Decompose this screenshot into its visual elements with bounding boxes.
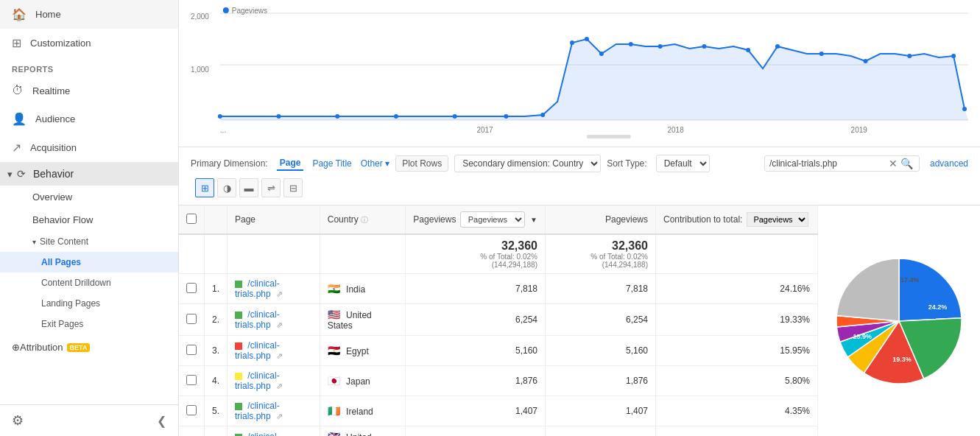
pie-view-button[interactable]: ◑: [217, 178, 236, 197]
pie-chart-container: 24.2%19.3%15.9%17.4%: [818, 205, 980, 436]
row-country-value: Egypt: [346, 346, 369, 356]
row-checkbox[interactable]: [186, 405, 197, 415]
col-header-contribution: Contribution to total: Pageviews: [655, 205, 817, 234]
settings-icon[interactable]: ⚙: [12, 412, 24, 429]
sidebar-item-landing-pages[interactable]: Landing Pages: [0, 293, 178, 314]
chart-dot: [819, 52, 824, 56]
col-header-country[interactable]: Country ⓘ: [320, 205, 406, 234]
search-submit-button[interactable]: 🔍: [899, 158, 914, 169]
row-pageviews-sort-cell: 6,254: [406, 304, 546, 336]
compare-view-button[interactable]: ⇌: [261, 178, 281, 197]
chart-fill-area: [220, 39, 968, 120]
chart-dot: [585, 37, 589, 41]
row-country-cell: 🇮🇳 India: [320, 274, 406, 304]
row-checkbox-cell: [179, 366, 205, 396]
row-checkbox-cell: [179, 396, 205, 426]
sidebar-realtime-label: Realtime: [32, 85, 70, 96]
sidebar-exit-pages-label: Exit Pages: [41, 319, 83, 329]
row-pageviews-sort-cell: 5,160: [406, 336, 546, 366]
row-checkbox[interactable]: [186, 283, 197, 293]
sidebar-customization-label: Customization: [30, 38, 91, 49]
table-body: 1. /clinical-trials.php ⇗ 🇮🇳 India 7,818…: [179, 274, 818, 437]
total-pageviews-cell: 32,360 % of Total: 0.02% (144,294,188): [545, 234, 655, 274]
row-color-indicator: [235, 373, 242, 380]
chart-dot: [629, 42, 633, 46]
contribution-select[interactable]: Pageviews: [747, 212, 808, 227]
sidebar-collapse-button[interactable]: ❮: [157, 414, 166, 428]
sidebar-item-content-drilldown[interactable]: Content Drilldown: [0, 272, 178, 293]
audience-icon: 👤: [12, 112, 27, 126]
advanced-link[interactable]: advanced: [930, 158, 968, 169]
sidebar-item-behavior[interactable]: ▾ ⟳ Behavior: [0, 162, 178, 186]
sidebar-item-exit-pages[interactable]: Exit Pages: [0, 314, 178, 334]
table-row: 5. /clinical-trials.php ⇗ 🇮🇪 Ireland 1,4…: [179, 396, 818, 426]
search-clear-button[interactable]: ✕: [887, 158, 899, 169]
total-base: (144,294,188): [413, 261, 537, 269]
total-pct2: % of Total: 0.02%: [553, 253, 648, 261]
pivot-view-button[interactable]: ⊟: [283, 178, 303, 197]
sidebar-item-behavior-overview[interactable]: Overview: [0, 186, 178, 208]
row-color-indicator: [235, 403, 242, 410]
secondary-dimension-select[interactable]: Secondary dimension: Country: [454, 155, 601, 172]
sidebar-audience-label: Audience: [35, 113, 75, 124]
contribution-col-label: Contribution to total:: [663, 214, 742, 225]
sidebar-attribution-label: Attribution: [20, 342, 63, 353]
row-country-cell: 🇮🇪 Ireland: [320, 396, 406, 426]
pageviews-sort-dropdown[interactable]: Pageviews: [460, 211, 525, 228]
sidebar-item-audience[interactable]: 👤 Audience: [0, 105, 178, 133]
sidebar-item-realtime[interactable]: ⏱ Realtime: [0, 77, 178, 105]
chart-dot: [775, 44, 780, 49]
page-title-dimension-button[interactable]: Page Title: [309, 157, 354, 170]
total-pageviews-value: 32,360: [553, 239, 648, 253]
sidebar-item-behavior-flow[interactable]: Behavior Flow: [0, 208, 178, 231]
realtime-icon: ⏱: [12, 84, 24, 97]
sidebar-item-site-content[interactable]: ▾ Site Content: [0, 231, 178, 252]
row-checkbox[interactable]: [186, 375, 197, 385]
sidebar-item-all-pages[interactable]: All Pages: [0, 252, 178, 272]
chart-dot: [453, 114, 457, 119]
table-row: 3. /clinical-trials.php ⇗ 🇪🇬 Egypt 5,160…: [179, 336, 818, 366]
x-label-2019: 2019: [851, 126, 868, 134]
row-checkbox[interactable]: [186, 314, 197, 324]
other-dimension-button[interactable]: Other ▾: [361, 158, 389, 169]
col-header-page[interactable]: Page: [228, 205, 320, 234]
row-page-cell: /clinical-trials.php ⇗: [228, 336, 320, 366]
info-icon: ⓘ: [361, 216, 368, 224]
external-link-icon[interactable]: ⇗: [276, 320, 283, 329]
sidebar-behavior-label: Behavior: [33, 168, 74, 180]
row-num-cell: 1.: [205, 274, 228, 304]
select-all-checkbox[interactable]: [186, 214, 197, 224]
chart-dot: [394, 114, 398, 119]
beta-badge: BETA: [67, 343, 91, 352]
search-input[interactable]: [769, 158, 887, 169]
external-link-icon[interactable]: ⇗: [276, 351, 283, 360]
page-dimension-button[interactable]: Page: [277, 156, 304, 171]
table-row: 2. /clinical-trials.php ⇗ 🇺🇸 United Stat…: [179, 304, 818, 336]
row-country-cell: 🇺🇸 United States: [320, 304, 406, 336]
sidebar-item-customization[interactable]: ⊞ Customization: [0, 29, 178, 57]
external-link-icon[interactable]: ⇗: [276, 412, 283, 421]
grid-view-button[interactable]: ⊞: [195, 178, 214, 197]
row-color-indicator: [235, 342, 242, 350]
chart-dot: [277, 114, 281, 119]
sidebar: 🏠 Home ⊞ Customization REPORTS ⏱ Realtim…: [0, 0, 179, 436]
bar-view-button[interactable]: ▬: [239, 178, 258, 197]
sidebar-item-home[interactable]: 🏠 Home: [0, 0, 178, 29]
row-contribution-cell: 5.80%: [655, 366, 817, 396]
external-link-icon[interactable]: ⇗: [276, 289, 283, 298]
country-col-label: Country: [328, 214, 359, 225]
sidebar-item-attribution[interactable]: ⊕ Attribution BETA: [0, 334, 178, 360]
row-pageviews-sort-cell: 1,876: [406, 366, 546, 396]
external-link-icon[interactable]: ⇗: [276, 382, 283, 390]
sort-type-select[interactable]: Default: [656, 155, 710, 172]
row-pageviews-sort-cell: 7,818: [406, 274, 546, 304]
sidebar-item-acquisition[interactable]: ↗ Acquisition: [0, 133, 178, 162]
total-country-cell: [320, 234, 406, 274]
row-checkbox-cell: [179, 426, 205, 437]
row-checkbox[interactable]: [186, 345, 197, 355]
row-pageviews-cell: 1,407: [545, 396, 655, 426]
plot-rows-button[interactable]: Plot Rows: [395, 155, 448, 172]
row-num-cell: 2.: [205, 304, 228, 336]
col-header-pageviews-sort[interactable]: Pageviews Pageviews ▼: [406, 205, 546, 234]
row-pageviews-cell: 6,254: [545, 304, 655, 336]
